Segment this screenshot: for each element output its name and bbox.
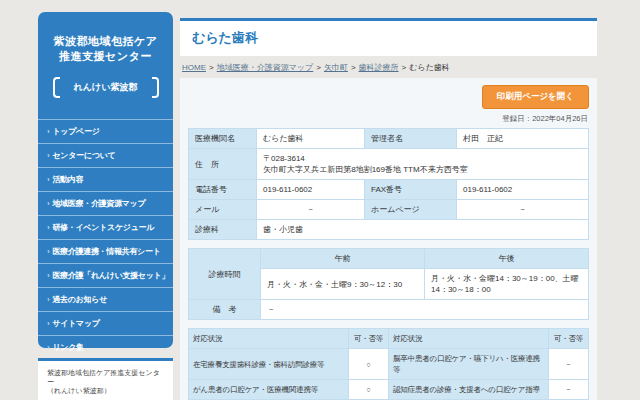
site-title-line2: 推進支援センター [38,49,173,64]
sidebar-item-label: センターについて [52,151,115,160]
sidebar-footer: 紫波郡地域包括ケア推進支援センター （れんけい紫波郡） 〒028-3614 [38,358,173,400]
status-item-dementia-care: 認知症患者の診療・支援者への口腔ケア指導 [389,380,549,400]
breadcrumb: HOME>地域医療・介護資源マップ>矢巾町>歯科診療所>むらた歯科 [180,56,597,78]
bracket-left-icon [53,77,60,98]
fax-value: 019-611-0602 [457,180,589,200]
address-value: 〒028-3614 矢巾町大字又兵エ新田第8地割169番地 TTM不来方西号室 [257,149,589,180]
table-row: メール － ホームページ － [189,200,589,220]
status-value: － [549,349,589,380]
breadcrumb-separator: > [351,63,356,72]
footer-org-alias: （れんけい紫波郡） [47,386,164,395]
chevron-right-icon: › [47,247,49,256]
sidebar-item-activities[interactable]: ›活動内容 [38,167,173,191]
chevron-right-icon: › [47,223,49,232]
chevron-right-icon: › [47,271,49,280]
table-row: 在宅療養支援歯科診療・歯科訪問診療等 ○ 脳卒中患者の口腔ケア・嚥下リハ・医療連… [189,349,589,380]
print-page-button[interactable]: 印刷用ページを開く [482,85,589,109]
sidebar-item-label: 医療介護「れんけい支援セット」 [52,271,169,280]
status-value: － [549,380,589,400]
sidebar-item-label: 過去のお知らせ [52,295,107,304]
breadcrumb-separator: > [402,63,407,72]
sidebar-item-support-set[interactable]: ›医療介護「れんけい支援セット」 [38,263,173,287]
sidebar-item-label: リンク集 [52,343,83,352]
phone-value: 019-611-0602 [257,180,365,200]
phone-label: 電話番号 [189,180,257,200]
support-status-table: 対応状況 可・否等 対応状況 可・否等 在宅療養支援歯科診療・歯科訪問診療等 ○… [188,328,589,400]
clinic-hours-table: 診療時間 午前 午後 月・火・水・金・土曜9：30～12：30 月・火・水・金曜… [188,248,589,320]
hours-note-value: － [261,300,589,320]
page-title: むらた歯科 [192,29,585,47]
site-title: 紫波郡地域包括ケア 推進支援センター [38,34,173,64]
status-ok-header-right: 可・否等 [549,329,589,349]
table-row: がん患者の口腔ケア・医療機関連携等 ○ 認知症患者の診療・支援者への口腔ケア指導… [189,380,589,400]
status-item-cancer-care: がん患者の口腔ケア・医療機関連携等 [189,380,349,400]
institution-name-label: 医療機関名 [189,129,257,149]
chevron-right-icon: › [47,175,49,184]
hours-label: 診療時間 [189,249,261,300]
sidebar-item-label: 医療介護連携・情報共有シート [52,247,160,256]
chevron-right-icon: › [47,319,49,328]
sidebar-item-label: トップページ [52,127,99,136]
address-street: 矢巾町大字又兵エ新田第8地割169番地 TTM不来方西号室 [263,164,582,175]
status-value: ○ [349,349,389,380]
table-row: 備 考 － [189,300,589,320]
homepage-value: － [457,200,589,220]
chevron-right-icon: › [47,199,49,208]
site-subtitle: れんけい紫波郡 [53,77,159,98]
breadcrumb-link-yahaba[interactable]: 矢巾町 [324,63,348,72]
department-value: 歯・小児歯 [257,220,589,240]
status-item-home-dental: 在宅療養支援歯科診療・歯科訪問診療等 [189,349,349,380]
sidebar-item-past-news[interactable]: ›過去のお知らせ [38,287,173,311]
pm-hours-value: 月・火・水・金曜14：30～19：00、土曜14：30～18：00 [425,269,589,300]
table-row: 対応状況 可・否等 対応状況 可・否等 [189,329,589,349]
mail-value: － [257,200,365,220]
sidebar-item-top-page[interactable]: ›トップページ [38,119,173,143]
sidebar-item-resource-map[interactable]: ›地域医療・介護資源マップ [38,191,173,215]
chevron-right-icon: › [47,343,49,352]
breadcrumb-link-home[interactable]: HOME [182,63,206,72]
page-header: むらた歯科 [180,18,597,56]
breadcrumb-link-resource-map[interactable]: 地域医療・介護資源マップ [217,63,314,72]
sidebar-item-label: 研修・イベントスケジュール [52,223,154,232]
sidebar-item-event-schedule[interactable]: ›研修・イベントスケジュール [38,215,173,239]
homepage-label: ホームページ [365,200,457,220]
sidebar: 紫波郡地域包括ケア 推進支援センター れんけい紫波郡 ›トップページ ›センター… [38,12,173,348]
table-row: 診療科 歯・小児歯 [189,220,589,240]
status-header-right: 対応状況 [389,329,549,349]
status-header-left: 対応状況 [189,329,349,349]
table-row: 医療機関名 むらた歯科 管理者名 村田 正紀 [189,129,589,149]
sidebar-item-about-center[interactable]: ›センターについて [38,143,173,167]
site-title-line1: 紫波郡地域包括ケア [38,34,173,49]
breadcrumb-separator: > [209,63,214,72]
table-row: 診療時間 午前 午後 [189,249,589,269]
status-item-stroke-care: 脳卒中患者の口腔ケア・嚥下リハ・医療連携等 [389,349,549,380]
bracket-right-icon [152,77,159,98]
am-header: 午前 [261,249,425,269]
content-panel: 印刷用ページを開く 登録日：2022年04月26日 医療機関名 むらた歯科 管理… [180,78,597,400]
site-subtitle-label: れんけい紫波郡 [74,81,138,94]
breadcrumb-link-dental-clinics[interactable]: 歯科診療所 [359,63,399,72]
breadcrumb-separator: > [316,63,321,72]
sidebar-item-sitemap[interactable]: ›サイトマップ [38,311,173,335]
chevron-right-icon: › [47,295,49,304]
hours-note-label: 備 考 [189,300,261,320]
status-value: ○ [349,380,389,400]
address-label: 住 所 [189,149,257,180]
sidebar-nav: ›トップページ ›センターについて ›活動内容 ›地域医療・介護資源マップ ›研… [38,119,173,359]
main-content: むらた歯科 HOME>地域医療・介護資源マップ>矢巾町>歯科診療所>むらた歯科 … [180,18,597,400]
chevron-right-icon: › [47,127,49,136]
status-ok-header-left: 可・否等 [349,329,389,349]
mail-label: メール [189,200,257,220]
pm-header: 午後 [425,249,589,269]
chevron-right-icon: › [47,151,49,160]
sidebar-item-links[interactable]: ›リンク集 [38,335,173,359]
sidebar-item-info-sheet[interactable]: ›医療介護連携・情報共有シート [38,239,173,263]
table-row: 電話番号 019-611-0602 FAX番号 019-611-0602 [189,180,589,200]
sidebar-item-label: 活動内容 [52,175,83,184]
toolbar: 印刷用ページを開く [188,85,589,109]
department-label: 診療科 [189,220,257,240]
address-zipcode: 〒028-3614 [263,153,582,164]
manager-name-label: 管理者名 [365,129,457,149]
breadcrumb-current: むらた歯科 [409,63,450,72]
footer-org-name: 紫波郡地域包括ケア推進支援センター [47,368,164,386]
